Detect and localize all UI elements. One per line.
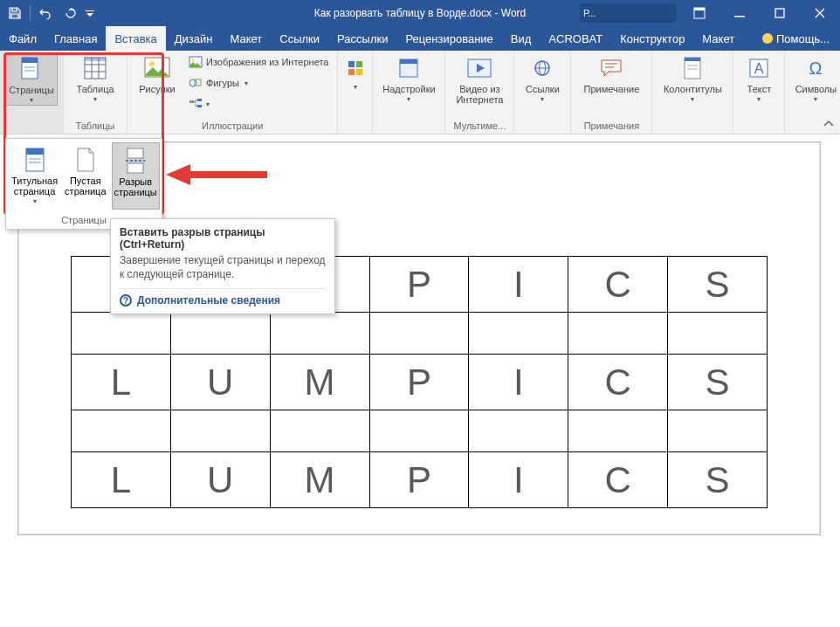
header-footer-icon	[678, 54, 706, 82]
svg-rect-22	[356, 69, 362, 75]
svg-rect-31	[687, 68, 698, 70]
table-cell[interactable]: M	[270, 355, 369, 410]
pictures-button[interactable]: Рисунки	[133, 52, 182, 94]
table-cell[interactable]	[568, 313, 668, 355]
svg-rect-24	[400, 59, 417, 64]
tooltip-page-break: Вставить разрыв страницы (Ctrl+Return) З…	[110, 218, 335, 314]
table-cell[interactable]: P	[369, 257, 469, 313]
table-cell[interactable]: I	[469, 257, 568, 313]
svg-text:A: A	[754, 61, 764, 76]
tell-me[interactable]: Помощь...	[752, 26, 840, 51]
table-cell[interactable]: I	[469, 355, 568, 410]
close-button[interactable]	[800, 0, 840, 26]
save-button[interactable]	[3, 2, 26, 24]
table-cell[interactable]: I	[469, 452, 568, 508]
links-button[interactable]: Ссылки▾	[520, 52, 565, 104]
tab-insert[interactable]: Вставка	[106, 26, 165, 51]
page-break-button[interactable]: Разрыв страницы	[112, 142, 160, 210]
table-cell[interactable]	[170, 313, 270, 355]
table-cell[interactable]: C	[568, 355, 668, 410]
table-cell[interactable]	[668, 410, 768, 452]
tab-layout[interactable]: Макет	[221, 26, 271, 51]
svg-rect-29	[685, 58, 700, 61]
table-cell[interactable]: U	[170, 452, 270, 508]
ribbon: Страницы ▾ . Таблица ▾ Таблицы Рис	[0, 51, 840, 134]
table-cell[interactable]	[568, 410, 668, 452]
table-cell[interactable]	[270, 410, 369, 452]
tab-review[interactable]: Рецензирование	[396, 26, 501, 51]
table-cell[interactable]	[469, 410, 568, 452]
table-cell[interactable]: P	[369, 452, 469, 508]
table-cell[interactable]: U	[170, 355, 270, 410]
table-cell[interactable]: S	[668, 257, 768, 313]
tooltip-more-link[interactable]: ? Дополнительные сведения	[120, 288, 326, 307]
page-break-icon	[121, 147, 149, 175]
svg-rect-42	[127, 163, 143, 173]
table-cell[interactable]: L	[72, 355, 171, 410]
svg-rect-38	[26, 148, 44, 155]
svg-rect-39	[29, 158, 41, 160]
maximize-button[interactable]	[760, 0, 800, 26]
addins-button[interactable]: Надстройки▾	[378, 52, 439, 104]
table-cell[interactable]	[369, 313, 469, 355]
user-account[interactable]: Р...	[580, 3, 676, 23]
table-cell[interactable]	[668, 313, 768, 355]
document-title: Как разорвать таблицу в Ворде.docx - Wor…	[314, 7, 526, 19]
pages-button[interactable]: Страницы ▾	[5, 52, 58, 106]
tab-home[interactable]: Главная	[45, 26, 106, 51]
blank-page-button[interactable]: Пустая страница	[63, 142, 107, 210]
svg-rect-5	[22, 58, 38, 63]
table-cell[interactable]: L	[72, 452, 171, 508]
tooltip-body: Завершение текущей страницы и переход к …	[120, 254, 326, 281]
header-footer-button[interactable]: Колонтитулы▾	[658, 52, 727, 104]
table-cell[interactable]	[270, 313, 369, 355]
shapes-button[interactable]: Фигуры▾	[185, 73, 332, 93]
svg-point-11	[149, 61, 155, 66]
table-cell[interactable]	[72, 313, 171, 355]
tab-file[interactable]: Файл	[0, 26, 45, 51]
table-cell[interactable]: S	[668, 452, 768, 508]
tab-references[interactable]: Ссылки	[271, 26, 328, 51]
table-cell[interactable]: C	[568, 257, 668, 313]
tab-design[interactable]: Дизайн	[166, 26, 222, 51]
svg-text:Ω: Ω	[809, 59, 823, 78]
group-label-comments: Примечания	[584, 119, 640, 134]
redo-button[interactable]	[59, 2, 81, 24]
cover-page-button[interactable]: Титульная страница▾	[10, 142, 59, 210]
svg-rect-9	[85, 58, 106, 61]
table-cell[interactable]	[170, 410, 270, 452]
table-cell[interactable]	[369, 410, 469, 452]
text-button[interactable]: A Текст▾	[739, 52, 779, 104]
qat-customize-button[interactable]	[83, 2, 97, 24]
pages-icon	[17, 55, 45, 83]
table-cell[interactable]: S	[668, 355, 768, 410]
symbols-button[interactable]: Ω Символы▾	[790, 52, 840, 104]
apps-button[interactable]: ▾	[342, 52, 368, 92]
tab-acrobat[interactable]: ACROBAT	[540, 26, 611, 51]
ribbon-options-button[interactable]	[679, 0, 720, 26]
online-pictures-icon	[189, 55, 203, 69]
table-cell[interactable]: P	[369, 355, 469, 410]
table-button[interactable]: Таблица ▾	[69, 52, 121, 104]
svg-rect-18	[197, 105, 202, 107]
table-cell[interactable]	[469, 313, 568, 355]
group-label-illustrations: Иллюстрации	[202, 119, 263, 134]
online-video-button[interactable]: Видео из Интернета	[451, 52, 508, 105]
smartart-button[interactable]: ▾	[185, 94, 332, 114]
table-cell[interactable]: C	[568, 452, 668, 508]
online-pictures-button[interactable]: Изображения из Интернета	[185, 52, 332, 72]
tab-table-layout[interactable]: Макет	[693, 26, 743, 51]
tab-view[interactable]: Вид	[502, 26, 540, 51]
tab-table-design[interactable]: Конструктор	[611, 26, 693, 51]
comment-button[interactable]: Примечание	[576, 52, 646, 94]
table-cell[interactable]: M	[270, 452, 369, 508]
minimize-button[interactable]	[720, 0, 760, 26]
table-cell[interactable]	[72, 410, 171, 452]
collapse-ribbon-button[interactable]	[821, 116, 837, 132]
ribbon-tabs: Файл Главная Вставка Дизайн Макет Ссылки…	[0, 26, 840, 51]
omega-icon: Ω	[802, 54, 830, 82]
undo-button[interactable]	[34, 2, 57, 24]
svg-rect-6	[24, 66, 35, 68]
bulb-icon	[762, 33, 773, 44]
tab-mailings[interactable]: Рассылки	[328, 26, 396, 51]
